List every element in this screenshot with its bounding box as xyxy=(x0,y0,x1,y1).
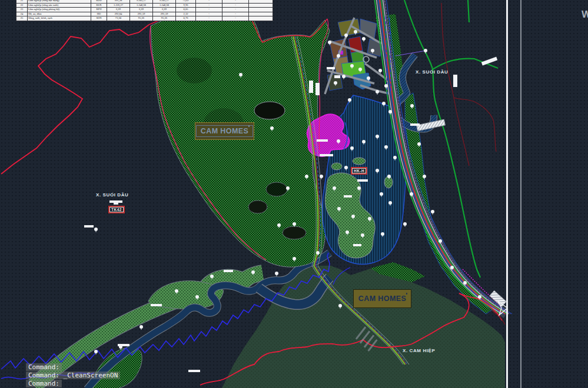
tree-marker xyxy=(337,139,340,143)
tree-marker xyxy=(348,98,351,102)
tree-marker xyxy=(438,239,442,243)
map-label-bar xyxy=(353,244,361,246)
cam-homes-text: CAM HOMES xyxy=(358,295,406,303)
tree-marker xyxy=(387,175,391,178)
tree-marker xyxy=(410,192,413,196)
tree-marker xyxy=(376,135,379,138)
riverside-green-band xyxy=(34,273,263,388)
tree-marker xyxy=(403,222,407,226)
commune-label-suoi-dau-west: X. SUỐI DẦU xyxy=(96,192,129,198)
tree-marker xyxy=(328,41,331,44)
tree-marker xyxy=(320,175,323,178)
table-row: 25Sông, suối, kênh, rạchSON73,3095,3695,… xyxy=(16,16,273,21)
cam-homes-label-south: CAM HOMES xyxy=(353,289,411,308)
tree-marker xyxy=(344,166,348,169)
map-label-bar xyxy=(344,195,352,198)
command-history-line-2: Command: _CleanScreenON xyxy=(26,372,120,379)
cam-homes-text: CAM HOMES xyxy=(201,127,248,135)
tree-marker xyxy=(362,140,366,143)
tree-marker xyxy=(305,175,308,178)
tree-marker xyxy=(316,251,320,255)
autocad-viewport[interactable]: 21Lâm nghiệp (rừng đặc dụng)RDD991,289.2… xyxy=(0,0,588,388)
tree-marker xyxy=(239,73,242,76)
tree-marker xyxy=(367,76,370,80)
map-label-bar xyxy=(309,81,313,93)
map-label-bar xyxy=(151,304,162,306)
tree-marker xyxy=(478,295,481,299)
tree-marker xyxy=(293,222,296,226)
map-canvas[interactable] xyxy=(0,0,588,388)
tree-marker xyxy=(371,49,374,52)
tree-marker xyxy=(334,81,337,85)
tree-marker xyxy=(388,110,392,113)
tree-marker xyxy=(139,325,143,329)
table-row: 24Hồ, ao, đầmHO292,84291,59291,592,32-- xyxy=(16,12,273,16)
viewport-frame-line-gray xyxy=(520,0,521,388)
map-label-bar xyxy=(224,270,233,272)
tree-marker xyxy=(275,272,278,275)
tree-marker xyxy=(378,69,382,72)
tree-marker xyxy=(423,175,426,178)
tree-marker xyxy=(357,186,361,190)
tree-marker xyxy=(384,84,388,88)
tree-marker xyxy=(368,217,371,220)
command-prompt-input[interactable]: Command: xyxy=(26,380,62,387)
map-label-bar xyxy=(315,83,320,95)
cam-homes-label-north: CAM HOMES xyxy=(195,122,254,140)
map-label-bar xyxy=(109,200,122,203)
tree-marker xyxy=(270,126,274,130)
tree-marker xyxy=(382,102,386,105)
tree-marker xyxy=(358,68,362,71)
table-row: 22Lâm nghiệp (rừng sản xuất)RSX1.226,271… xyxy=(16,3,273,8)
tree-marker xyxy=(388,201,392,205)
map-label-bar xyxy=(114,203,118,205)
map-label-bar xyxy=(84,225,94,228)
clipped-corner-letter: W xyxy=(582,9,588,21)
urban-zoning-blocks xyxy=(327,19,383,91)
landuse-table-body: 21Lâm nghiệp (rừng đặc dụng)RDD991,289.2… xyxy=(16,0,273,21)
tree-marker xyxy=(337,54,340,58)
landuse-table: 21Lâm nghiệp (rừng đặc dụng)RDD991,289.2… xyxy=(16,0,273,21)
table-row: 23Lâm nghiệp (rừng phòng hộ)RPH6,696,696… xyxy=(16,8,273,12)
map-label-bar xyxy=(188,370,200,372)
tree-marker xyxy=(94,228,98,231)
tree-marker xyxy=(344,34,348,37)
tree-marker xyxy=(424,49,427,52)
tree-marker xyxy=(175,289,178,293)
tree-marker xyxy=(354,30,357,34)
tree-marker xyxy=(342,75,346,78)
ref-box-tk42: TK42 xyxy=(108,206,125,213)
tree-marker xyxy=(350,64,354,68)
tree-marker xyxy=(337,207,341,210)
tree-marker xyxy=(384,145,388,149)
tree-marker xyxy=(376,169,379,172)
tree-marker xyxy=(431,210,434,213)
tree-marker xyxy=(380,192,383,196)
tree-marker xyxy=(393,156,397,159)
map-label-bar xyxy=(357,179,368,182)
map-label-bar xyxy=(334,75,340,78)
commune-label-cam-hiep: X. CAM HIỆP xyxy=(403,348,436,353)
label-dot xyxy=(248,125,250,127)
label-dot xyxy=(406,293,408,295)
tree-marker xyxy=(410,104,414,108)
map-label-bar xyxy=(317,139,328,142)
map-label-bar xyxy=(320,154,333,156)
tree-marker xyxy=(333,186,336,190)
tree-marker xyxy=(293,257,296,260)
command-history-line-1: Command: xyxy=(26,363,62,371)
tree-marker xyxy=(277,223,281,227)
tree-marker xyxy=(361,233,364,237)
tree-marker xyxy=(338,304,342,307)
tree-marker xyxy=(251,270,255,274)
tree-marker xyxy=(463,281,467,285)
tree-marker xyxy=(350,146,354,150)
tree-marker xyxy=(351,215,355,218)
viewport-frame-line-white xyxy=(506,0,508,388)
tree-marker xyxy=(94,350,98,353)
tree-marker xyxy=(286,186,290,190)
map-label-bar xyxy=(327,67,335,69)
map-label-bar xyxy=(453,75,457,87)
map-label-bar xyxy=(410,123,420,126)
ref-box-hkh: HK-H xyxy=(351,167,367,175)
